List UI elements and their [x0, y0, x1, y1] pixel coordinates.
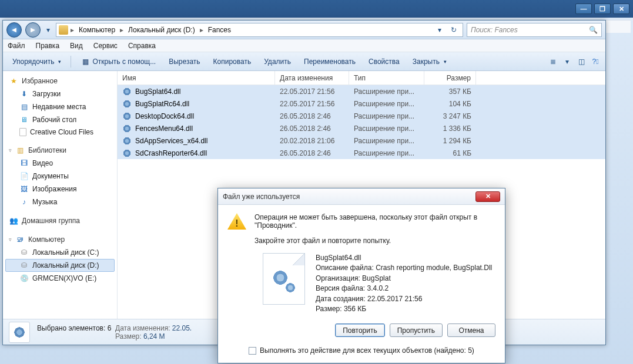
menu-tools[interactable]: Сервис — [93, 42, 118, 50]
computer-icon: 🖳 — [15, 235, 25, 244]
homegroup-icon: 👥 — [9, 216, 18, 225]
dll-file-icon — [122, 124, 132, 133]
rename-button[interactable]: Переименовать — [299, 55, 360, 68]
search-placeholder: Поиск: Fances — [471, 26, 518, 34]
dialog-titlebar[interactable]: Файл уже используется ✕ — [218, 188, 505, 205]
search-input[interactable]: Поиск: Fances 🔍 — [467, 23, 602, 37]
dll-file-icon — [122, 136, 132, 146]
dll-file-icon — [122, 99, 132, 109]
chevron-right-icon: ▸ — [69, 26, 75, 34]
command-bar: Упорядочить ▦Открыть с помощ... Вырезать… — [3, 52, 605, 71]
file-in-use-dialog: Файл уже используется ✕ ! Операция не мо… — [217, 188, 505, 363]
chevron-down-icon[interactable]: ▾ — [562, 56, 572, 67]
file-info: BugSplat64.dll Описание файла: Crash rep… — [316, 253, 492, 314]
details-text: Выбрано элементов: 6 Дата изменения: 22.… — [37, 324, 192, 341]
menu-bar: Файл Правка Вид Сервис Справка — [3, 39, 605, 52]
do-for-all-row[interactable]: Выполнять это действие для всех текущих … — [227, 343, 495, 357]
sidebar-item-drive-d[interactable]: ⛁Локальный диск (D:) — [5, 259, 115, 272]
menu-help[interactable]: Справка — [128, 42, 156, 50]
star-icon: ★ — [9, 76, 18, 86]
col-header-size[interactable]: Размер — [424, 71, 476, 85]
sidebar-item-recent[interactable]: ▤Недавние места — [5, 100, 115, 113]
menu-file[interactable]: Файл — [8, 42, 25, 50]
refresh-icon[interactable]: ↻ — [447, 26, 460, 34]
desktop-icon: 🖥 — [19, 115, 29, 124]
table-row[interactable]: BugSplatRc64.dll22.05.2017 21:56Расширен… — [118, 97, 605, 110]
col-header-name[interactable]: Имя — [118, 71, 275, 85]
sidebar-computer-header[interactable]: ▿🖳Компьютер — [5, 233, 115, 246]
table-row[interactable]: DesktopDock64.dll26.05.2018 2:46Расширен… — [118, 110, 605, 122]
dialog-title: Файл уже используется — [223, 193, 300, 201]
breadcrumb-item[interactable]: Компьютер — [76, 26, 118, 34]
warning-icon: ! — [227, 213, 246, 230]
file-icon — [19, 128, 26, 136]
separator — [71, 56, 71, 68]
pictures-icon: 🖼 — [19, 184, 29, 194]
maximize-button[interactable]: ❐ — [594, 4, 611, 14]
table-row[interactable]: SdCrashReporter64.dll26.05.2018 2:46Расш… — [118, 147, 605, 159]
table-row[interactable]: BugSplat64.dll22.05.2017 21:56Расширение… — [118, 85, 605, 97]
retry-button[interactable]: Повторить — [335, 323, 385, 337]
do-for-all-label: Выполнять это действие для всех текущих … — [260, 346, 474, 355]
sidebar-item-videos[interactable]: 🎞Видео — [5, 157, 115, 170]
chevron-right-icon: ▸ — [199, 26, 205, 34]
download-icon: ⬇ — [19, 89, 29, 99]
sidebar-item-drive-e[interactable]: 💿GRMCEN(X)VO (E:) — [5, 272, 115, 285]
menu-edit[interactable]: Правка — [36, 42, 60, 50]
breadcrumb-item[interactable]: Fances — [206, 26, 233, 34]
preview-pane-icon[interactable]: ◫ — [576, 56, 587, 67]
sidebar-item-ccfiles[interactable]: Creative Cloud Files — [5, 126, 115, 138]
sidebar-item-desktop[interactable]: 🖥Рабочий стол — [5, 113, 115, 126]
nav-back-button[interactable]: ◄ — [6, 22, 22, 38]
view-options-icon[interactable]: ≣ — [548, 56, 558, 67]
table-row[interactable]: FencesMenu64.dll26.05.2018 2:46Расширени… — [118, 122, 605, 134]
close-file-button[interactable]: Закрыть — [408, 55, 451, 68]
recent-icon: ▤ — [19, 102, 29, 112]
copy-button[interactable]: Копировать — [209, 55, 256, 68]
table-row[interactable]: SdAppServices_x64.dll20.02.2018 21:06Рас… — [118, 134, 605, 147]
help-icon[interactable]: ?⃝ — [590, 56, 601, 67]
menu-view[interactable]: Вид — [70, 42, 83, 50]
nav-forward-button[interactable]: ► — [25, 22, 41, 38]
sidebar-libraries-header[interactable]: ▿▥Библиотеки — [5, 144, 115, 157]
selection-thumb-icon — [9, 322, 30, 343]
skip-button[interactable]: Пропустить — [390, 323, 443, 337]
drive-icon: ⛁ — [19, 248, 29, 257]
sidebar-item-documents[interactable]: 📄Документы — [5, 170, 115, 183]
cut-button[interactable]: Вырезать — [164, 55, 205, 68]
sidebar-item-downloads[interactable]: ⬇Загрузки — [5, 87, 115, 100]
sidebar-item-music[interactable]: ♪Музыка — [5, 196, 115, 208]
dropdown-icon[interactable]: ▾ — [433, 26, 446, 34]
breadcrumb-item[interactable]: Локальный диск (D:) — [126, 26, 197, 34]
do-for-all-checkbox[interactable] — [249, 347, 256, 355]
col-header-type[interactable]: Тип — [349, 71, 424, 85]
breadcrumb[interactable]: ▸ Компьютер ▸ Локальный диск (D:) ▸ Fanc… — [56, 23, 463, 37]
app-icon: ▦ — [81, 57, 90, 66]
close-button[interactable]: ✕ — [613, 4, 629, 14]
nav-history-dropdown[interactable]: ▾ — [44, 26, 52, 34]
col-header-date[interactable]: Дата изменения — [275, 71, 349, 85]
dialog-message: Операция не может быть завершена, поскол… — [254, 213, 495, 230]
nav-sidebar: ★Избранное ⬇Загрузки ▤Недавние места 🖥Ра… — [3, 71, 118, 319]
outer-titlebar: — ❐ ✕ — [0, 0, 633, 18]
dll-file-icon — [122, 87, 132, 96]
sidebar-item-pictures[interactable]: 🖼Изображения — [5, 183, 115, 196]
music-icon: ♪ — [19, 197, 29, 207]
chevron-down-icon: ▿ — [9, 147, 12, 153]
disc-icon: 💿 — [19, 274, 29, 283]
sidebar-item-drive-c[interactable]: ⛁Локальный диск (C:) — [5, 246, 115, 259]
sidebar-homegroup-header[interactable]: 👥Домашняя группа — [5, 214, 115, 227]
sidebar-favorites-header[interactable]: ★Избранное — [5, 75, 115, 87]
chevron-right-icon: ▸ — [119, 26, 125, 34]
delete-button[interactable]: Удалить — [259, 55, 296, 68]
dialog-close-button[interactable]: ✕ — [475, 191, 500, 202]
cancel-button[interactable]: Отмена — [447, 323, 495, 337]
open-with-button[interactable]: ▦Открыть с помощ... — [76, 55, 160, 69]
folder-icon — [59, 25, 68, 35]
properties-button[interactable]: Свойства — [364, 55, 404, 68]
chevron-down-icon: ▿ — [9, 237, 12, 242]
drive-icon: ⛁ — [19, 261, 29, 270]
minimize-button[interactable]: — — [575, 4, 592, 14]
organize-button[interactable]: Упорядочить — [8, 55, 66, 68]
search-icon[interactable]: 🔍 — [589, 26, 598, 34]
